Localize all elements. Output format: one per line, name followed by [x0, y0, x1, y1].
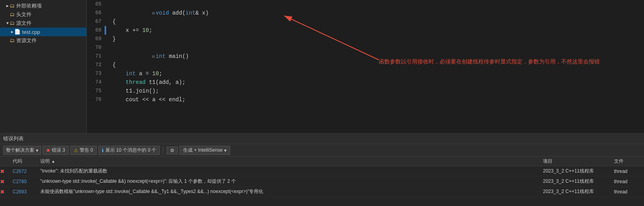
code-text: } [112, 36, 116, 42]
header-code-col[interactable]: 代码 [11, 158, 39, 165]
sidebar-item-test-cpp[interactable]: ▶ 📄 test.cpp [0, 28, 86, 36]
error-code: C2780 [11, 179, 39, 184]
keyword-int: int [185, 10, 195, 16]
error-icon: ✖ [0, 168, 5, 174]
code-text: t1.join(); [112, 88, 159, 94]
error-code: C2672 [11, 169, 39, 174]
sidebar-item-source-files[interactable]: ▼ 🗂 源文件 [0, 19, 86, 28]
error-row[interactable]: ✖ C2672 "invoke": 未找到匹配的重载函数 2023_3_2 C+… [0, 166, 644, 176]
error-desc: "unknown-type std::invoke(_Callable &&) … [39, 178, 541, 185]
header-file-col[interactable]: 文件 [612, 158, 644, 165]
info-icon: ℹ [102, 148, 104, 153]
keyword-void: void [155, 10, 169, 16]
error-toolbar: 整个解决方案 ▾ ✖ 错误 3 ⚠ 警告 0 ℹ 展示 10 个消息中的 0 个… [0, 144, 644, 157]
dropdown-arrow-icon: ▾ [36, 148, 38, 153]
code-text: { [112, 19, 116, 25]
code-line-76: 76 cout << a << endl; [87, 95, 644, 104]
sidebar-item-label: 资源文件 [16, 37, 37, 44]
error-row[interactable]: ✖ C2893 未能使函数模板"unknown-type std::invoke… [0, 187, 644, 197]
sidebar-item-label: 外部依赖项 [16, 2, 42, 9]
info-count-label: 展示 10 个消息中的 0 个 [105, 147, 156, 154]
folder-icon: 🗂 [9, 12, 15, 18]
line-content: x += 10; [106, 26, 152, 35]
code-editor: 65 66 ⊟void add(int& x) 67 { [87, 0, 644, 133]
folder-icon: 🗂 [9, 20, 15, 26]
error-count-label: 错误 3 [52, 147, 65, 154]
code-content: 65 66 ⊟void add(int& x) 67 { [87, 0, 644, 133]
folder-icon: 🗂 [9, 38, 15, 44]
line-content: thread t1(add, a); [106, 78, 185, 87]
line-content: cout << a << endl; [106, 95, 185, 104]
code-text: ; [159, 71, 162, 77]
number: 10 [152, 71, 159, 77]
header-project-col[interactable]: 项目 [541, 158, 612, 165]
code-line-72: 72 { [87, 61, 644, 69]
error-count-button[interactable]: ✖ 错误 3 [43, 146, 69, 155]
filter-button[interactable]: ⚙ [167, 147, 178, 154]
sidebar-item-header-files[interactable]: ▶ 🗂 头文件 [0, 10, 86, 19]
code-line-67: 67 { [87, 17, 644, 26]
collapse-icon[interactable]: ⊟ [152, 9, 155, 18]
scope-dropdown[interactable]: 整个解决方案 ▾ [3, 146, 41, 155]
folder-icon: 🗂 [9, 3, 15, 9]
error-table: 代码 说明 ▲ 项目 文件 ✖ C2672 "invoke": 未找到匹配的重载… [0, 157, 644, 206]
line-number: 67 [87, 17, 105, 26]
line-number: 73 [87, 69, 105, 78]
code-text: cout << a << endl; [112, 97, 185, 103]
sidebar-item-external-deps[interactable]: ▶ 🗂 外部依赖项 [0, 2, 86, 10]
line-number: 72 [87, 61, 105, 69]
toolbar-separator [163, 147, 163, 154]
code-line-66: 66 ⊟void add(int& x) [87, 9, 644, 17]
line-number: 66 [87, 9, 105, 17]
info-count-button[interactable]: ℹ 展示 10 个消息中的 0 个 [98, 146, 160, 155]
warn-icon: ⚠ [74, 148, 78, 153]
row-type-icon: ✖ [0, 168, 11, 174]
error-project: 2023_3_2 C++11线程库 [541, 168, 612, 174]
keyword-int: int [155, 53, 165, 59]
code-line-75: 75 t1.join(); [87, 87, 644, 95]
warn-count-button[interactable]: ⚠ 警告 0 [70, 146, 97, 155]
build-intellisense-button[interactable]: 生成 + IntelliSense ▾ [180, 146, 230, 155]
code-line-74: 74 thread t1(add, a); [87, 78, 644, 87]
code-text: ; [149, 27, 152, 33]
collapse-icon[interactable]: ⊟ [152, 52, 155, 61]
code-text: & x) [195, 10, 209, 16]
code-line-73: 73 int a = 10; [87, 69, 644, 78]
row-type-icon: ✖ [0, 189, 11, 195]
build-label: 生成 + IntelliSense [183, 147, 223, 154]
sidebar-item-label: test.cpp [22, 29, 40, 35]
error-project: 2023_3_2 C++11线程库 [541, 178, 612, 185]
sort-icon: ▲ [51, 159, 55, 163]
line-content: } [106, 35, 116, 43]
line-number: 75 [87, 87, 105, 95]
error-panel: 错误列表 整个解决方案 ▾ ✖ 错误 3 ⚠ 警告 0 ℹ 展示 10 个消息中… [0, 133, 644, 206]
type-thread: thread [126, 79, 146, 85]
line-number: 74 [87, 78, 105, 87]
error-row[interactable]: ✖ C2780 "unknown-type std::invoke(_Calla… [0, 176, 644, 187]
code-text: { [112, 62, 116, 68]
header-desc-col[interactable]: 说明 ▲ [39, 158, 541, 165]
warn-count-label: 警告 0 [80, 147, 93, 154]
line-number: 76 [87, 95, 105, 104]
code-text [112, 79, 126, 85]
line-content: int a = 10; [106, 69, 162, 78]
error-file: thread [612, 169, 644, 174]
sidebar: ▶ 🗂 外部依赖项 ▶ 🗂 头文件 ▼ 🗂 源文件 ▶ 📄 test.cpp ▶… [0, 0, 87, 133]
line-content: t1.join(); [106, 87, 159, 95]
arrow-icon: ▶ [6, 4, 9, 8]
error-desc: "invoke": 未找到匹配的重载函数 [39, 168, 541, 174]
arrow-icon: ▼ [6, 21, 9, 26]
row-type-icon: ✖ [0, 178, 11, 185]
error-rows: ✖ C2672 "invoke": 未找到匹配的重载函数 2023_3_2 C+… [0, 166, 644, 206]
sidebar-item-label: 头文件 [16, 11, 32, 18]
error-code: C2893 [11, 189, 39, 195]
sidebar-item-resource-files[interactable]: ▶ 🗂 资源文件 [0, 36, 86, 45]
main-area: ▶ 🗂 外部依赖项 ▶ 🗂 头文件 ▼ 🗂 源文件 ▶ 📄 test.cpp ▶… [0, 0, 644, 133]
error-icon: ✖ [46, 148, 50, 153]
error-file: thread [612, 189, 644, 195]
arrow-icon: ▶ [11, 30, 13, 34]
line-number: 69 [87, 35, 105, 43]
error-panel-title: 错误列表 [0, 134, 644, 144]
line-content: { [106, 61, 116, 69]
code-lines: 65 66 ⊟void add(int& x) 67 { [87, 0, 644, 104]
